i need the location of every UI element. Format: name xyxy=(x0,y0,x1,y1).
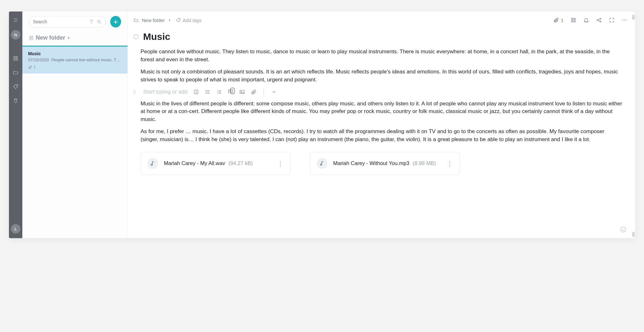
folder-heading[interactable]: New folder ▾ xyxy=(22,31,127,47)
doc-title[interactable]: Music xyxy=(143,31,170,42)
breadcrumb-folder: New folder xyxy=(142,18,165,23)
share-icon[interactable] xyxy=(596,17,602,23)
ordered-list-icon[interactable] xyxy=(205,89,211,95)
attachment-more-icon[interactable]: ⋮ xyxy=(277,160,284,167)
trash-icon[interactable] xyxy=(12,96,20,105)
editor-actions: 1 xyxy=(553,17,627,23)
app-window: N L + New folder ▾ xyxy=(9,11,635,238)
image-icon[interactable] xyxy=(239,89,245,95)
chevron-down-icon[interactable] xyxy=(271,89,277,95)
note-item-attach-count: 1 xyxy=(28,65,122,69)
bulleted-list-icon[interactable] xyxy=(216,89,222,95)
svg-point-5 xyxy=(97,20,100,23)
drag-handle-icon[interactable] xyxy=(132,89,137,95)
attachment-filename: Mariah Carey - My All.wav (94.27 kB) xyxy=(164,160,253,166)
chevron-down-icon: ▾ xyxy=(68,36,70,40)
svg-point-34 xyxy=(622,229,623,229)
expand-icon[interactable] xyxy=(609,17,615,23)
vertical-scrollbar[interactable] xyxy=(632,11,635,238)
svg-point-26 xyxy=(217,92,218,92)
folder-outline-icon xyxy=(134,18,139,23)
more-icon[interactable] xyxy=(622,17,627,23)
svg-point-22 xyxy=(134,93,134,94)
search-box[interactable] xyxy=(29,16,106,27)
svg-rect-28 xyxy=(228,89,233,93)
attachment-card[interactable]: Mariah Carey - Without You.mp3 (8.98 MB)… xyxy=(310,152,460,175)
svg-rect-9 xyxy=(574,18,576,20)
svg-point-21 xyxy=(135,92,135,92)
svg-point-27 xyxy=(217,93,218,94)
hamburger-icon[interactable] xyxy=(12,16,20,24)
paperclip-icon xyxy=(28,65,32,69)
grid-view-icon[interactable] xyxy=(571,17,576,23)
workspace-avatar[interactable]: N xyxy=(11,30,20,40)
search-icon[interactable] xyxy=(96,19,102,24)
svg-point-19 xyxy=(135,90,135,91)
editor-panel: New folder ▾ Add tags 1 xyxy=(128,11,635,238)
paperclip-icon xyxy=(553,17,559,23)
attachment-more-icon[interactable]: ⋮ xyxy=(447,160,453,167)
chevron-down-icon: ▾ xyxy=(169,18,171,22)
svg-rect-29 xyxy=(240,90,244,94)
svg-point-7 xyxy=(179,19,180,20)
breadcrumb[interactable]: New folder ▾ xyxy=(134,18,171,23)
svg-rect-24 xyxy=(194,90,198,94)
note-list-panel: + New folder ▾ Music 07/15/2020 People c… xyxy=(22,11,128,238)
emoji-picker-icon[interactable] xyxy=(620,226,627,234)
attachment-card[interactable]: Mariah Carey - My All.wav (94.27 kB) ⋮ xyxy=(141,152,291,175)
tag-icon[interactable] xyxy=(12,82,20,91)
svg-rect-10 xyxy=(571,21,573,22)
svg-point-35 xyxy=(624,229,625,229)
music-note-icon xyxy=(147,158,158,169)
svg-rect-3 xyxy=(16,59,18,61)
apps-icon[interactable] xyxy=(12,54,20,63)
tag-outline-icon xyxy=(176,18,181,23)
paragraph[interactable]: As for me, I prefer … music. I have a lo… xyxy=(141,128,622,143)
svg-point-20 xyxy=(134,92,134,92)
attachment-filename: Mariah Carey - Without You.mp3 (8.98 MB) xyxy=(333,160,436,166)
nav-rail: N L xyxy=(9,11,22,238)
paragraph[interactable]: Music in the lives of different people i… xyxy=(141,100,622,124)
music-note-icon xyxy=(317,158,327,169)
table-icon[interactable] xyxy=(228,88,234,95)
svg-point-33 xyxy=(621,227,626,232)
svg-point-23 xyxy=(135,93,135,94)
svg-point-15 xyxy=(623,20,623,20)
paragraph[interactable]: People cannot live without music. They l… xyxy=(141,48,622,64)
insert-placeholder-text[interactable]: Start typing or add xyxy=(143,89,188,95)
note-item-meta: 07/15/2020 People cannot live without mu… xyxy=(28,57,122,62)
svg-point-16 xyxy=(624,20,625,20)
svg-rect-8 xyxy=(571,18,573,20)
user-avatar[interactable]: L xyxy=(11,224,20,234)
note-list-item[interactable]: Music 07/15/2020 People cannot live with… xyxy=(22,47,127,73)
search-input[interactable] xyxy=(33,19,89,24)
svg-rect-1 xyxy=(16,57,18,58)
insert-toolbar: Start typing or add │ xyxy=(132,88,622,95)
folder-name: New folder xyxy=(36,34,65,41)
list-header: + xyxy=(22,11,127,31)
svg-rect-0 xyxy=(14,57,15,58)
checkbox-icon[interactable] xyxy=(193,89,199,95)
note-icon xyxy=(29,35,34,41)
note-item-title: Music xyxy=(28,51,122,56)
add-tags-button[interactable]: Add tags xyxy=(176,18,202,23)
editor-body[interactable]: Music People cannot live without music. … xyxy=(128,29,635,238)
new-note-button[interactable]: + xyxy=(110,16,121,27)
svg-point-25 xyxy=(217,90,218,91)
svg-point-4 xyxy=(16,85,17,86)
svg-point-18 xyxy=(134,90,134,91)
svg-point-17 xyxy=(626,20,626,20)
attachments-counter[interactable]: 1 xyxy=(553,17,564,23)
collapse-bullet-icon[interactable] xyxy=(134,34,139,39)
attachments-row: Mariah Carey - My All.wav (94.27 kB) ⋮ M… xyxy=(141,152,622,175)
paragraph[interactable]: Music is not only a combination of pleas… xyxy=(141,68,622,84)
svg-rect-11 xyxy=(574,21,576,22)
bell-icon[interactable] xyxy=(583,17,589,23)
folder-icon[interactable] xyxy=(12,68,20,77)
editor-toolbar: New folder ▾ Add tags 1 xyxy=(128,11,635,29)
attachment-icon[interactable] xyxy=(251,89,257,95)
svg-rect-2 xyxy=(14,59,15,61)
filter-icon[interactable] xyxy=(89,19,94,24)
